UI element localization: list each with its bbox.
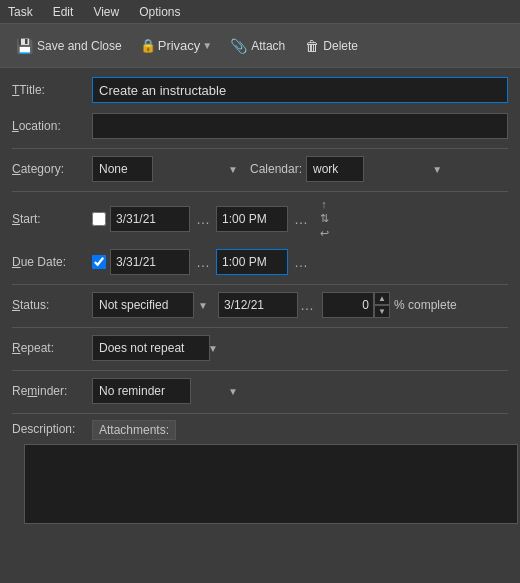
title-input[interactable] — [92, 77, 508, 103]
start-date-picker-button[interactable]: … — [194, 211, 212, 227]
privacy-button[interactable]: 🔒 Privacy ▼ — [134, 34, 219, 57]
category-row: Category: None ▼ Calendar: work ▼ — [12, 155, 508, 183]
sync-down-icon: ↩ — [320, 227, 329, 240]
due-row: Due Date: … … — [12, 248, 508, 276]
pct-down-button[interactable]: ▼ — [374, 305, 390, 318]
privacy-label: Privacy — [158, 38, 201, 53]
pct-label: % complete — [394, 298, 457, 312]
start-checkbox[interactable] — [92, 212, 106, 226]
start-time-picker-button[interactable]: … — [292, 211, 310, 227]
sync-icons: ↑ ⇅ ↩ — [314, 198, 334, 240]
pct-group: ▲ ▼ % complete — [322, 292, 457, 318]
calendar-label: Calendar: — [250, 162, 302, 176]
menu-view[interactable]: View — [89, 3, 123, 21]
desc-row: Description: Attachments: — [12, 420, 508, 440]
sync-link-icon: ⇅ — [320, 212, 329, 225]
start-label: Start: — [12, 212, 92, 226]
title-label: TTitle: — [12, 83, 92, 97]
category-label: Category: — [12, 162, 92, 176]
location-input[interactable] — [92, 113, 508, 139]
divider-4 — [12, 327, 508, 328]
start-time-input[interactable] — [216, 206, 288, 232]
reminder-select-wrap[interactable]: No reminder ▼ — [92, 378, 242, 404]
location-row: Location: — [12, 112, 508, 140]
sync-up-icon: ↑ — [321, 198, 327, 210]
start-date-input[interactable] — [110, 206, 190, 232]
status-date-input[interactable] — [218, 292, 298, 318]
save-close-button[interactable]: 💾 Save and Close — [8, 34, 130, 58]
menu-bar: Task Edit View Options — [0, 0, 520, 24]
save-icon: 💾 — [16, 38, 33, 54]
due-date-input[interactable] — [110, 249, 190, 275]
pct-up-button[interactable]: ▲ — [374, 292, 390, 305]
repeat-select-wrap[interactable]: Does not repeat ▼ — [92, 335, 222, 361]
description-label: Description: — [12, 420, 92, 436]
start-row: Start: … … ↑ ⇅ ↩ — [12, 198, 508, 240]
repeat-select[interactable]: Does not repeat — [92, 335, 210, 361]
delete-button[interactable]: 🗑 Delete — [297, 34, 366, 58]
menu-options[interactable]: Options — [135, 3, 184, 21]
due-checkbox[interactable] — [92, 255, 106, 269]
attach-icon: 📎 — [230, 38, 247, 54]
title-row: TTitle: — [12, 76, 508, 104]
menu-task[interactable]: Task — [4, 3, 37, 21]
status-row: Status: Not specified ▼ … ▲ ▼ % complete — [12, 291, 508, 319]
location-label: Location: — [12, 119, 92, 133]
privacy-chevron-icon: ▼ — [202, 40, 212, 51]
status-select[interactable]: Not specified — [92, 292, 194, 318]
attachments-label: Attachments: — [92, 420, 176, 440]
divider-5 — [12, 370, 508, 371]
menu-edit[interactable]: Edit — [49, 3, 78, 21]
pct-spinner: ▲ ▼ — [374, 292, 390, 318]
divider-1 — [12, 148, 508, 149]
reminder-chevron-icon: ▼ — [228, 386, 238, 397]
description-textarea[interactable] — [24, 444, 518, 524]
due-label: Due Date: — [12, 255, 92, 269]
calendar-select-wrap[interactable]: work ▼ — [306, 156, 446, 182]
delete-label: Delete — [323, 39, 358, 53]
repeat-label: Repeat: — [12, 341, 92, 355]
status-label: Status: — [12, 298, 92, 312]
due-date-row: … … — [92, 249, 508, 275]
divider-3 — [12, 284, 508, 285]
reminder-select[interactable]: No reminder — [92, 378, 191, 404]
divider-2 — [12, 191, 508, 192]
calendar-chevron-icon: ▼ — [432, 164, 442, 175]
status-date-picker-button[interactable]: … — [298, 297, 316, 313]
toolbar: 💾 Save and Close 🔒 Privacy ▼ 📎 Attach 🗑 … — [0, 24, 520, 68]
category-select-wrap[interactable]: None ▼ — [92, 156, 242, 182]
attach-label: Attach — [251, 39, 285, 53]
reminder-label: Reminder: — [12, 384, 92, 398]
form-area: TTitle: Location: Category: None ▼ Calen… — [0, 68, 520, 535]
reminder-row: Reminder: No reminder ▼ — [12, 377, 508, 405]
category-chevron-icon: ▼ — [228, 164, 238, 175]
divider-6 — [12, 413, 508, 414]
status-select-wrap[interactable]: Not specified ▼ — [92, 292, 212, 318]
save-close-label: Save and Close — [37, 39, 122, 53]
due-time-picker-button[interactable]: … — [292, 254, 310, 270]
delete-icon: 🗑 — [305, 38, 319, 54]
status-chevron-icon: ▼ — [198, 300, 208, 311]
pct-input[interactable] — [322, 292, 374, 318]
calendar-select[interactable]: work — [306, 156, 364, 182]
lock-icon: 🔒 — [140, 38, 156, 53]
attach-button[interactable]: 📎 Attach — [222, 34, 293, 58]
due-time-input[interactable] — [216, 249, 288, 275]
due-date-picker-button[interactable]: … — [194, 254, 212, 270]
start-date-row: … … ↑ ⇅ ↩ — [92, 198, 508, 240]
category-select[interactable]: None — [92, 156, 153, 182]
repeat-row: Repeat: Does not repeat ▼ — [12, 334, 508, 362]
